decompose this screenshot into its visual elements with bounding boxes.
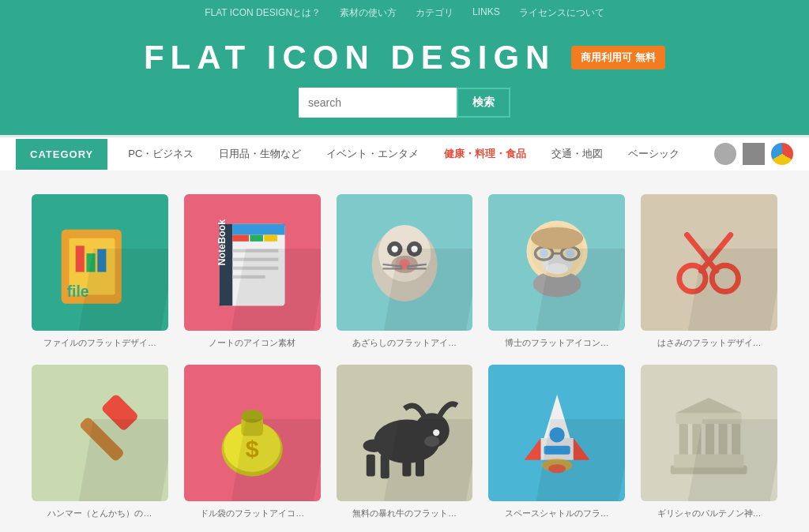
color-filter-gray[interactable] xyxy=(714,143,736,165)
top-nav-license[interactable]: ライセンスについて xyxy=(519,6,604,20)
cat-health[interactable]: 健康・料理・食品 xyxy=(431,137,539,170)
svg-rect-4 xyxy=(98,249,107,272)
svg-rect-69 xyxy=(674,455,743,468)
top-nav-about[interactable]: FLAT ICON DESIGNとは？ xyxy=(205,6,321,20)
icon-label-bull: 無料の暴れ牛のフラット… xyxy=(352,508,457,519)
icon-label-rocket: スペースシャトルのフラ… xyxy=(505,508,609,519)
svg-rect-14 xyxy=(232,267,278,270)
icon-label-scissors: はさみのフラットデザイ… xyxy=(657,337,762,349)
svg-rect-70 xyxy=(676,414,742,425)
site-title: FLAT ICON DESIGN xyxy=(144,39,556,77)
svg-rect-44 xyxy=(101,394,140,433)
svg-text:file: file xyxy=(67,283,89,301)
svg-rect-8 xyxy=(232,224,284,235)
cat-pc[interactable]: PC・ビジネス xyxy=(115,137,206,170)
svg-point-66 xyxy=(548,465,566,474)
svg-point-67 xyxy=(549,428,564,443)
svg-rect-9 xyxy=(232,235,249,242)
svg-rect-15 xyxy=(232,275,265,279)
svg-rect-73 xyxy=(693,425,702,455)
top-nav-links[interactable]: LINKS xyxy=(472,6,500,20)
svg-rect-64 xyxy=(544,446,570,455)
svg-rect-13 xyxy=(232,258,278,261)
icon-grid-section: file ファイルのフラットデザイ… xyxy=(0,170,809,532)
svg-point-49 xyxy=(241,410,263,424)
cat-event[interactable]: イベント・エンタメ xyxy=(314,137,431,170)
grid-item-rocket[interactable]: スペースシャトルのフラ… xyxy=(488,365,625,519)
grid-item-bull[interactable]: 無料の暴れ牛のフラット… xyxy=(337,365,473,519)
grid-item-scissors[interactable]: はさみのフラットデザイ… xyxy=(641,194,777,349)
svg-point-37 xyxy=(566,249,574,258)
cat-daily[interactable]: 日用品・生物など xyxy=(206,137,314,170)
svg-point-55 xyxy=(424,436,439,448)
svg-point-39 xyxy=(531,227,583,249)
top-nav-howto[interactable]: 素材の使い方 xyxy=(340,6,397,20)
hero-section: FLAT ICON DESIGN 商用利用可 無料 検索 xyxy=(0,24,809,135)
icon-label-file: ファイルのフラットデザイ… xyxy=(43,337,156,349)
svg-point-54 xyxy=(433,429,439,436)
svg-rect-75 xyxy=(719,425,728,455)
search-input[interactable] xyxy=(299,88,457,118)
category-label: CATEGORY xyxy=(16,139,107,170)
search-button[interactable]: 検索 xyxy=(457,88,510,118)
icon-label-hammer: ハンマー（とんかち）の… xyxy=(47,508,152,519)
svg-marker-71 xyxy=(676,398,742,413)
svg-text:$: $ xyxy=(246,435,259,462)
svg-rect-2 xyxy=(76,246,85,272)
svg-point-22 xyxy=(411,246,417,253)
svg-rect-59 xyxy=(416,457,424,477)
top-nav-category[interactable]: カテゴリ xyxy=(416,6,453,20)
color-filter-icons xyxy=(714,143,793,165)
title-row: FLAT ICON DESIGN 商用利用可 無料 xyxy=(144,39,665,77)
top-nav: FLAT ICON DESIGNとは？ 素材の使い方 カテゴリ LINKS ライ… xyxy=(0,0,809,24)
svg-point-18 xyxy=(378,225,431,282)
grid-item-file[interactable]: file ファイルのフラットデザイ… xyxy=(32,194,168,349)
category-nav: CATEGORY PC・ビジネス 日用品・生物など イベント・エンタメ 健康・料… xyxy=(0,135,809,170)
search-row: 検索 xyxy=(299,88,510,118)
svg-text:NoteBook: NoteBook xyxy=(216,219,228,266)
svg-rect-57 xyxy=(381,455,389,478)
icon-label-parthenon: ギリシャのパルテノン神… xyxy=(657,508,762,519)
icon-grid: file ファイルのフラットデザイ… xyxy=(32,194,777,532)
svg-rect-11 xyxy=(264,235,277,242)
grid-item-moneybag[interactable]: $ ドル袋のフラットアイコ… xyxy=(184,365,321,519)
svg-rect-12 xyxy=(232,249,278,253)
svg-point-53 xyxy=(363,440,385,453)
svg-rect-58 xyxy=(402,457,411,477)
icon-label-moneybag: ドル袋のフラットアイコ… xyxy=(200,508,304,519)
grid-item-seal[interactable]: あざらしのフラットアイ… xyxy=(337,194,473,349)
grid-item-professor[interactable]: 博士のフラットアイコン… xyxy=(488,194,625,349)
svg-point-21 xyxy=(391,246,397,253)
icon-label-seal: あざらしのフラットアイ… xyxy=(352,337,457,349)
color-filter-multi[interactable] xyxy=(771,143,793,165)
cat-traffic[interactable]: 交通・地図 xyxy=(539,137,615,170)
grid-item-notebook[interactable]: NoteBook ノートのアイコン素材 xyxy=(184,194,321,349)
icon-label-notebook: ノートのアイコン素材 xyxy=(209,337,295,349)
color-filter-square[interactable] xyxy=(743,143,765,165)
svg-marker-62 xyxy=(524,439,540,461)
icon-label-professor: 博士のフラットアイコン… xyxy=(505,337,609,349)
svg-rect-72 xyxy=(679,425,688,455)
cat-basic[interactable]: ベーシック xyxy=(615,137,692,170)
svg-rect-10 xyxy=(250,235,263,242)
svg-point-36 xyxy=(540,249,548,258)
svg-point-38 xyxy=(546,264,568,275)
svg-rect-56 xyxy=(367,455,375,477)
free-badge: 商用利用可 無料 xyxy=(571,46,665,69)
svg-rect-3 xyxy=(87,253,96,272)
grid-item-hammer[interactable]: ハンマー（とんかち）の… xyxy=(32,365,168,519)
svg-rect-76 xyxy=(732,425,741,455)
grid-item-parthenon[interactable]: ギリシャのパルテノン神… xyxy=(641,365,777,519)
svg-rect-74 xyxy=(706,425,714,455)
svg-marker-63 xyxy=(574,439,590,461)
